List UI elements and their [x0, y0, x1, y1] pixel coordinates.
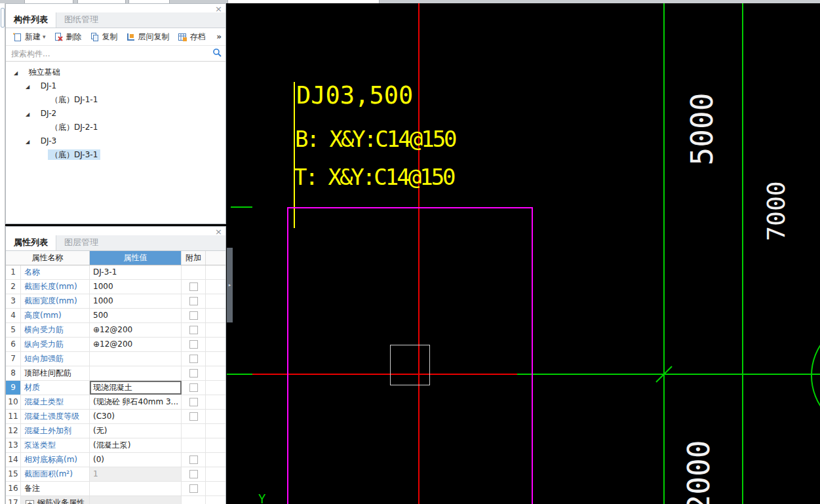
property-value[interactable]: ⊕12@200 [90, 323, 182, 337]
new-doc-icon [12, 32, 22, 42]
property-value[interactable] [90, 496, 182, 504]
interfloor-copy-button[interactable]: 层间复制 [122, 31, 174, 43]
attach-checkbox[interactable] [189, 398, 198, 406]
property-value[interactable]: (C30) [90, 410, 182, 423]
property-name[interactable]: +纵向受力筋 [21, 338, 90, 351]
property-name[interactable]: +混凝土强度等级 [21, 410, 90, 423]
tree-item[interactable]: ◢ （底）DJ-3-1 [6, 148, 225, 162]
tab-layer-management[interactable]: 图层管理 [56, 235, 106, 250]
attach-checkbox[interactable] [189, 282, 198, 291]
attach-checkbox[interactable] [189, 470, 198, 478]
row-filler [206, 482, 225, 495]
property-grid-header: 属性名称 属性值 附加 [6, 251, 225, 265]
dimension-text-5000: 5000 [684, 92, 720, 166]
axis-bubble-arc [811, 319, 820, 433]
property-value[interactable]: 1000 [90, 294, 182, 308]
property-value[interactable]: (现浇砼 卵石40mm 3... [90, 395, 182, 409]
toolbar-remnant-box [227, 0, 380, 3]
tree-item[interactable]: ◢ （底）DJ-1-1 [6, 93, 225, 107]
attach-checkbox[interactable] [189, 340, 198, 349]
chevron-down-icon[interactable]: ▾ [43, 33, 46, 40]
attach-cell [182, 381, 206, 395]
attach-checkbox[interactable] [189, 484, 198, 493]
row-filler [206, 294, 225, 308]
copy-button[interactable]: 复制 [86, 31, 122, 43]
attach-checkbox[interactable] [189, 326, 198, 334]
property-value[interactable] [90, 482, 182, 495]
property-name[interactable]: +材质 [21, 381, 90, 395]
search-icon[interactable] [212, 48, 222, 59]
property-value[interactable] [90, 366, 182, 380]
tree-expand-icon[interactable]: ◢ [26, 80, 35, 94]
property-name[interactable]: +短向加强筋 [21, 352, 90, 366]
attach-checkbox[interactable] [189, 383, 198, 392]
expand-plus-icon[interactable]: + [26, 500, 34, 504]
property-name[interactable]: +顶部柱间配筋 [21, 366, 90, 380]
component-tree: ◢ 独立基础 ◢ DJ-1 ◢ （底）DJ-1-1 ◢ DJ-2 [6, 62, 225, 162]
property-name[interactable]: +相对底标高(m) [21, 453, 90, 467]
panel-splitter-handle[interactable]: ▸ [227, 248, 233, 322]
property-name[interactable]: +混凝土类型 [21, 395, 90, 409]
archive-button[interactable]: 存档 [174, 31, 210, 43]
tree-item[interactable]: ◢ DJ-2 [6, 107, 225, 121]
property-value[interactable]: (0) [90, 453, 182, 467]
property-name[interactable]: +名称 [21, 265, 90, 279]
left-window-strip [0, 3, 5, 504]
column-outline [390, 345, 430, 385]
property-name[interactable]: +泵送类型 [21, 438, 90, 452]
tab-component-list[interactable]: 构件列表 [6, 12, 56, 28]
tree-expand-icon[interactable]: ◢ [26, 135, 35, 149]
property-row: 6 +纵向受力筋 ⊕12@200 [6, 338, 225, 352]
property-value[interactable]: (混凝土泵) [90, 438, 182, 452]
tree-item[interactable]: ◢ 独立基础 [6, 66, 225, 79]
property-name[interactable]: +备注 [21, 482, 90, 495]
tab-drawing-management[interactable]: 图纸管理 [56, 12, 106, 28]
tree-item[interactable]: ◢ （底）DJ-2-1 [6, 121, 225, 134]
property-value[interactable] [90, 352, 182, 366]
property-name[interactable]: +截面面积(m²) [21, 467, 90, 481]
grid-line-vertical-2 [742, 3, 743, 504]
attach-cell [182, 424, 206, 438]
tree-item[interactable]: ◢ DJ-1 [6, 79, 225, 93]
row-filler [206, 438, 225, 452]
new-button[interactable]: 新建 ▾ [9, 31, 50, 43]
row-filler [206, 352, 225, 366]
attach-checkbox[interactable] [189, 369, 198, 378]
property-value[interactable]: ⊕12@200 [90, 338, 182, 351]
property-value[interactable]: (无) [90, 424, 182, 438]
close-icon[interactable]: × [215, 227, 222, 236]
attach-checkbox[interactable] [189, 412, 198, 421]
property-name[interactable]: +横向受力筋 [21, 323, 90, 337]
property-value[interactable]: 现浇混凝土 [90, 381, 182, 395]
tree-expand-icon[interactable]: ◢ [14, 66, 24, 80]
attach-checkbox[interactable] [189, 311, 198, 320]
property-name[interactable]: +混凝土外加剂 [21, 424, 90, 438]
delete-button[interactable]: 删除 [50, 31, 86, 43]
attach-checkbox[interactable] [189, 297, 198, 305]
search-input[interactable] [10, 48, 212, 59]
property-value[interactable]: 1000 [90, 280, 182, 294]
tree-item[interactable]: ◢ DJ-3 [6, 134, 225, 148]
attach-checkbox[interactable] [189, 456, 198, 464]
row-number: 4 [6, 309, 21, 322]
property-name[interactable]: +截面长度(mm) [21, 280, 90, 294]
tab-property-list[interactable]: 属性列表 [6, 235, 56, 250]
property-value[interactable]: DJ-3-1 [90, 265, 182, 279]
tree-expand-icon[interactable]: ◢ [26, 107, 35, 121]
property-name[interactable]: +高度(mm) [21, 309, 90, 322]
property-row: 7 +短向加强筋 [6, 352, 225, 366]
property-name[interactable]: +截面宽度(mm) [21, 294, 90, 308]
property-row: 14 +相对底标高(m) (0) [6, 453, 225, 467]
property-value[interactable]: 500 [90, 309, 182, 322]
property-name[interactable]: +钢筋业务属性 [21, 496, 90, 504]
close-icon[interactable]: × [215, 5, 222, 13]
property-panel: × 属性列表 图层管理 属性名称 属性值 附加 1 +名称 DJ-3-1 [5, 226, 226, 504]
row-filler [206, 424, 225, 438]
property-name-label: 截面宽度(mm) [24, 296, 77, 305]
property-name-label: 混凝土类型 [24, 397, 64, 406]
toolbar-overflow-button[interactable]: » [216, 32, 223, 41]
row-number: 14 [6, 453, 21, 467]
attach-checkbox[interactable] [189, 355, 198, 363]
collapsed-panel-button[interactable] [1, 8, 5, 28]
property-value[interactable]: 1 [90, 467, 182, 481]
